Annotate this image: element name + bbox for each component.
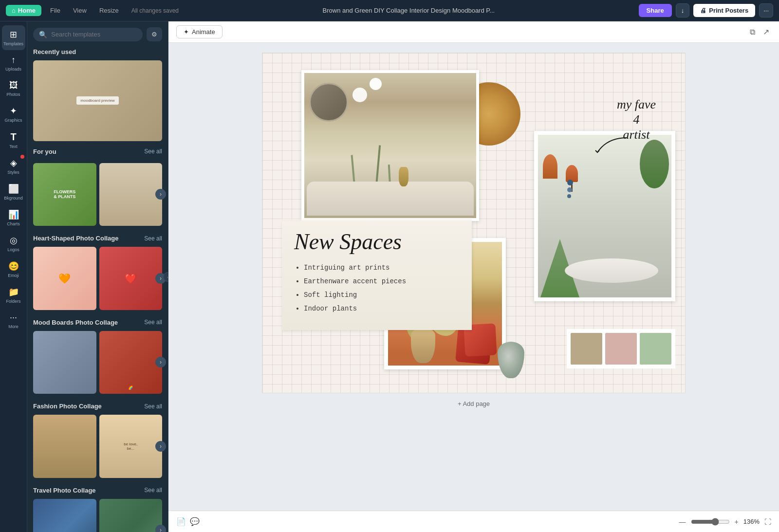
template-fashion-2[interactable]: be love,be... — [99, 415, 163, 478]
bullet-item-1: Intriguing art prints — [304, 261, 460, 275]
main-layout: ⊞ Templates ↑ Uploads 🖼 Photos ✦ Graphic… — [0, 21, 779, 532]
fashion-section-label: Fashion Photo Collage — [33, 403, 102, 410]
photos-icon-label: Photos — [6, 92, 20, 97]
bullet-list: Intriguing art prints Earthenware accent… — [294, 261, 460, 315]
emoji-icon-label: Emoji — [8, 273, 19, 278]
travel-see-all[interactable]: See all — [144, 487, 162, 494]
styles-icon: ◈ — [10, 158, 17, 168]
topbar-right-actions: Share ↓ 🖨 Print Posters ··· — [639, 3, 773, 18]
link-icon-button[interactable]: ↗ — [761, 25, 771, 38]
filter-button[interactable]: ⚙ — [147, 27, 162, 41]
template-mood-1[interactable] — [33, 331, 96, 394]
view-menu[interactable]: View — [69, 5, 91, 16]
mood-see-all[interactable]: See all — [144, 319, 162, 326]
sidebar-item-charts[interactable]: 📊 Charts — [2, 205, 25, 230]
charts-icon: 📊 — [8, 209, 19, 220]
mood-section-label: Mood Boards Photo Collage — [33, 319, 118, 326]
recently-used-label: Recently used — [33, 48, 76, 55]
for-you-next-arrow[interactable]: › — [155, 189, 166, 200]
page-icon-button[interactable]: 📄 — [176, 517, 186, 526]
search-input[interactable] — [51, 31, 137, 38]
template-heart-2[interactable]: ❤️ — [99, 247, 163, 310]
zoom-minus-icon: — — [679, 518, 686, 526]
sidebar-item-emoji[interactable]: 😊 Emoji — [2, 257, 25, 282]
emoji-icon: 😊 — [8, 261, 19, 272]
sidebar-item-photos[interactable]: 🖼 Photos — [2, 76, 25, 101]
my-fave-artist-text: my fave4artist — [617, 97, 656, 143]
print-label: Print Posters — [709, 7, 748, 14]
resize-menu[interactable]: Resize — [95, 5, 123, 16]
fashion-grid: be love,be... › — [33, 415, 162, 478]
print-icon: 🖨 — [700, 7, 706, 14]
styles-icon-label: Styles — [7, 170, 19, 175]
for-you-header: For you See all — [33, 148, 162, 155]
print-button[interactable]: 🖨 Print Posters — [693, 4, 755, 17]
new-spaces-text: New Spaces — [294, 231, 460, 253]
fashion-see-all[interactable]: See all — [144, 403, 162, 410]
uploads-icon: ↑ — [11, 55, 16, 65]
swatch-blush — [605, 333, 637, 365]
mood-grid: 🌈 › — [33, 331, 162, 394]
canvas-area: ✦ Animate ⧉ ↗ — [168, 21, 779, 532]
sidebar-item-logos[interactable]: ◎ Logos — [2, 231, 25, 256]
graphics-icon: ✦ — [10, 106, 17, 116]
sidebar-item-templates[interactable]: ⊞ Templates — [2, 25, 25, 50]
template-thumb-1[interactable]: FLOWERS& PLANTS — [33, 163, 96, 226]
heart-see-all[interactable]: See all — [144, 235, 162, 242]
template-travel-1[interactable] — [33, 499, 96, 532]
travel-section-label: Travel Photo Collage — [33, 487, 96, 494]
comment-icon-button[interactable]: 💬 — [190, 517, 200, 526]
sidebar-item-uploads[interactable]: ↑ Uploads — [2, 51, 25, 75]
sidebar-item-folders[interactable]: 📁 Folders — [2, 283, 25, 308]
download-button[interactable]: ↓ — [676, 3, 690, 18]
background-icon-label: Bkground — [4, 196, 23, 201]
logos-icon-label: Logos — [7, 247, 19, 252]
sidebar-item-graphics[interactable]: ✦ Graphics — [2, 102, 25, 127]
templates-icon: ⊞ — [10, 29, 17, 40]
animate-button[interactable]: ✦ Animate — [176, 25, 223, 38]
bottom-left-actions: 📄 💬 — [176, 517, 200, 526]
color-swatches — [567, 329, 675, 368]
flowers-photo-frame[interactable] — [301, 70, 479, 221]
home-icon: ⌂ — [12, 7, 16, 14]
dot-decorations — [567, 180, 573, 198]
search-row: 🔍 ⚙ — [33, 27, 162, 41]
for-you-see-all[interactable]: See all — [144, 148, 162, 155]
more-options-button[interactable]: ··· — [759, 3, 773, 18]
template-heart-1[interactable]: 🧡 — [33, 247, 96, 310]
search-box: 🔍 — [33, 28, 143, 41]
photos-icon: 🖼 — [9, 80, 18, 91]
zoom-plus-icon: + — [735, 518, 739, 526]
text-card[interactable]: New Spaces Intriguing art prints Earthen… — [282, 221, 472, 330]
bottom-bar: 📄 💬 — + 136% ⛶ — [168, 511, 779, 532]
add-page-button[interactable]: + Add page — [178, 393, 769, 414]
folders-icon: 📁 — [8, 287, 19, 297]
template-travel-2[interactable] — [99, 499, 163, 532]
mood-next-arrow[interactable]: › — [155, 357, 166, 367]
travel-next-arrow[interactable]: › — [155, 525, 166, 532]
sidebar-item-more[interactable]: ··· More — [2, 309, 25, 333]
template-mood-2[interactable]: 🌈 — [99, 331, 163, 394]
file-menu[interactable]: File — [46, 5, 64, 16]
document-title: Brown and Green DIY Collage Interior Des… — [184, 7, 634, 14]
template-thumb-2[interactable] — [99, 163, 163, 226]
zoom-slider[interactable] — [691, 518, 730, 526]
mood-section-header: Mood Boards Photo Collage See all — [33, 319, 162, 326]
home-button[interactable]: ⌂ Home — [6, 5, 41, 16]
templates-panel: 🔍 ⚙ Recently used moodboard preview For … — [27, 21, 168, 532]
fashion-next-arrow[interactable]: › — [155, 441, 166, 452]
moodboard-canvas[interactable]: my fave4artist — [262, 53, 686, 393]
sidebar-item-styles[interactable]: ◈ Styles — [2, 154, 25, 179]
fullscreen-button[interactable]: ⛶ — [764, 518, 771, 526]
share-button[interactable]: Share — [639, 4, 672, 17]
canvas-scroll[interactable]: my fave4artist — [168, 43, 779, 511]
animate-label: Animate — [192, 28, 215, 36]
top-bar: ⌂ Home File View Resize All changes save… — [0, 0, 779, 21]
sidebar-item-background[interactable]: ⬜ Bkground — [2, 180, 25, 204]
template-fashion-1[interactable] — [33, 415, 96, 478]
recently-used-thumb[interactable]: moodboard preview — [33, 60, 162, 141]
sidebar-item-text[interactable]: T Text — [2, 128, 25, 153]
animate-icon: ✦ — [184, 28, 189, 36]
copy-icon-button[interactable]: ⧉ — [748, 26, 757, 38]
animate-bar: ✦ Animate ⧉ ↗ — [168, 21, 779, 43]
